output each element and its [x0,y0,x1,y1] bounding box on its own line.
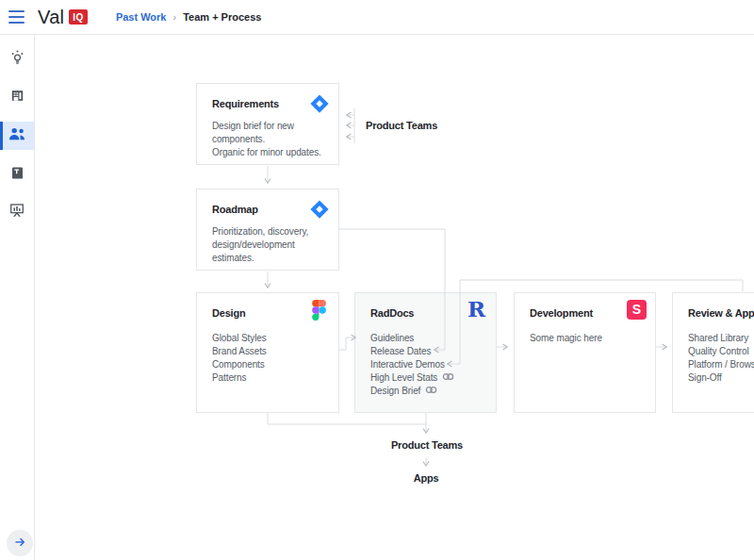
app-logo: Val [38,7,64,28]
node-body: Design brief for new components.Organic … [212,120,338,159]
node-roadmap: Roadmap Prioritization, discovery,design… [196,189,339,271]
list-item: Brand Assets [212,345,267,358]
node-title: Development [530,307,593,319]
node-list: Global StylesBrand AssetsComponentsPatte… [212,332,267,385]
diagram-canvas: Requirements Design brief for new compon… [35,35,754,560]
presentation-icon [9,203,25,222]
list-item: Sign-Off [688,371,754,385]
link-icon [425,385,437,398]
raddocs-icon: R [467,298,485,321]
sidebar-item-team[interactable] [0,122,34,150]
arrow-right-icon [14,535,26,552]
list-item: Release Dates [370,345,454,358]
list-item[interactable]: High Level Stats [370,371,454,385]
label-apps: Apps [414,472,439,484]
building-icon [10,89,25,107]
list-item[interactable]: Design Brief [370,385,454,398]
node-review-approve: Review & Approve Shared LibraryQuality C… [672,292,754,413]
list-item: Guidelines [370,332,454,345]
list-item: Shared Library [688,332,754,345]
node-body: Some magic here [530,332,602,345]
node-requirements: Requirements Design brief for new compon… [196,83,339,165]
node-list: GuidelinesRelease DatesInteractive Demos… [370,332,454,398]
left-sidebar [0,35,35,560]
sidebar-item-ideas[interactable] [0,46,34,73]
link-icon [442,371,454,385]
list-item: Some magic here [530,332,602,345]
list-item: Quality Control [688,345,754,358]
label-product-teams-in: Product Teams [366,120,437,131]
list-item: Prioritization, discovery, [212,225,338,239]
next-page-button[interactable] [7,530,33,556]
node-title: Requirements [212,98,279,109]
jira-icon [309,93,330,118]
group-icon [8,127,26,144]
breadcrumb-current: Team + Process [183,11,261,23]
list-item: Components [212,358,267,371]
top-bar: Val IQ Past Work › Team + Process [0,0,754,35]
jira-icon [309,199,330,223]
list-item: Design brief for new components. [212,120,338,146]
menu-icon[interactable] [8,10,25,24]
node-body: Prioritization, discovery,design/develop… [212,225,338,265]
sidebar-item-notebook[interactable] [0,161,34,188]
node-title: Design [212,307,245,319]
breadcrumb-past-work[interactable]: Past Work [116,11,167,23]
sidebar-item-presentation[interactable] [0,199,34,225]
shortcut-icon: S [627,300,647,320]
list-item: Patterns [212,371,267,385]
list-item: Platform / Browser Testing [688,358,754,371]
node-title: Roadmap [212,204,258,215]
figma-icon [312,300,326,324]
node-list: Shared LibraryQuality ControlPlatform / … [688,332,754,385]
list-item: Interactive Demos [370,358,454,371]
breadcrumb: Past Work › Team + Process [116,11,262,23]
node-raddocs: RadDocs R GuidelinesRelease DatesInterac… [354,292,497,413]
logo-badge: IQ [69,9,88,25]
idea-icon [10,50,25,69]
node-title: RadDocs [370,307,414,319]
notebook-icon [10,166,25,184]
node-design: Design Global StylesBrand AssetsComponen… [196,292,339,413]
list-item: Global Styles [212,332,267,345]
list-item: design/development estimates. [212,239,338,265]
node-title: Review & Approve [688,307,754,319]
node-development: Development S Some magic here [514,292,656,413]
breadcrumb-separator-icon: › [172,11,176,23]
label-product-teams-out: Product Teams [391,439,463,451]
sidebar-item-organization[interactable] [0,84,34,110]
list-item: Organic for minor updates. [212,146,338,159]
